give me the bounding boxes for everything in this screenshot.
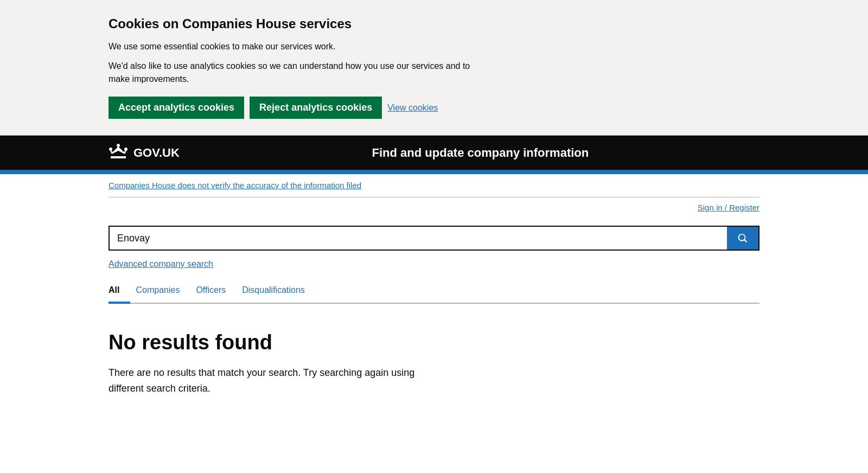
cookie-banner: Cookies on Companies House services We u… xyxy=(0,0,868,136)
service-title: Find and update company information xyxy=(201,146,760,160)
tab-companies[interactable]: Companies xyxy=(130,280,190,304)
search-button[interactable] xyxy=(727,227,758,250)
advanced-search-container: Advanced company search xyxy=(108,259,760,269)
gov-uk-logo[interactable]: GOV.UK xyxy=(108,143,180,162)
sign-in-row: Sign in / Register xyxy=(108,197,760,218)
search-input[interactable] xyxy=(110,227,727,250)
reject-cookies-button[interactable]: Reject analytics cookies xyxy=(250,97,382,119)
cookie-description-1: We use some essential cookies to make ou… xyxy=(108,40,488,53)
accuracy-notice: Companies House does not verify the accu… xyxy=(108,174,760,197)
gov-header: GOV.UK Find and update company informati… xyxy=(0,136,868,170)
blue-accent-bar xyxy=(0,170,868,174)
advanced-search-link[interactable]: Advanced company search xyxy=(108,259,213,269)
tab-disqualifications[interactable]: Disqualifications xyxy=(237,280,316,304)
search-icon xyxy=(737,232,749,244)
no-results-section: No results found There are no results th… xyxy=(108,320,760,418)
cookie-description-2: We'd also like to use analytics cookies … xyxy=(108,60,488,86)
gov-uk-label: GOV.UK xyxy=(133,146,180,160)
view-cookies-link[interactable]: View cookies xyxy=(387,103,438,113)
cookie-buttons: Accept analytics cookies Reject analytic… xyxy=(108,97,868,119)
accuracy-notice-link[interactable]: Companies House does not verify the accu… xyxy=(108,181,361,190)
sign-in-link[interactable]: Sign in / Register xyxy=(698,203,760,212)
search-tabs: All Companies Officers Disqualifications xyxy=(108,280,760,304)
no-results-text: There are no results that match your sea… xyxy=(108,365,434,397)
search-container xyxy=(108,226,760,251)
no-results-title: No results found xyxy=(108,331,760,354)
accept-cookies-button[interactable]: Accept analytics cookies xyxy=(108,97,244,119)
crown-icon xyxy=(108,143,128,162)
main-content: Companies House does not verify the accu… xyxy=(0,174,868,473)
tab-all[interactable]: All xyxy=(108,280,130,304)
svg-point-1 xyxy=(109,148,112,151)
tab-officers[interactable]: Officers xyxy=(190,280,237,304)
cookie-banner-title: Cookies on Companies House services xyxy=(108,16,868,31)
svg-point-2 xyxy=(124,148,127,151)
svg-point-0 xyxy=(117,144,120,147)
